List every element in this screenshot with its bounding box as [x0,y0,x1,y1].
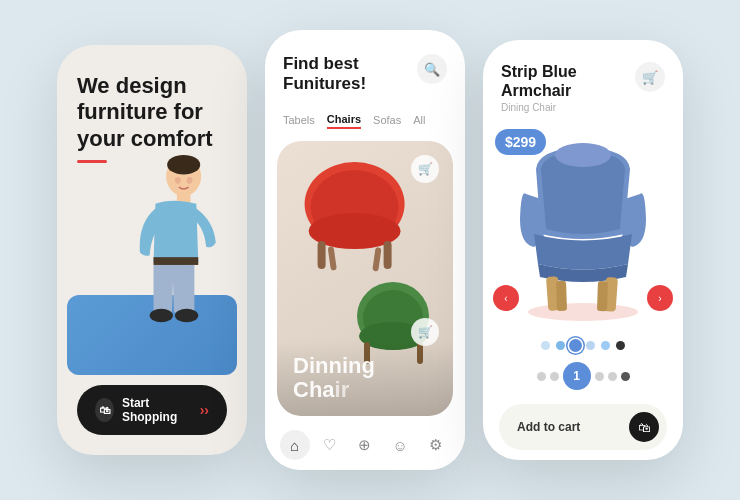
qty-dot3 [595,372,604,381]
label-overlay: DinningChair [277,340,453,416]
svg-point-24 [555,143,611,167]
product-subtitle: Dining Chair [501,102,635,113]
color-dot-6[interactable] [616,341,625,350]
product-info: Strip Blue Armchair Dining Chair [501,62,635,113]
svg-point-5 [175,309,198,323]
qty-dot4 [608,372,617,381]
headline: We design furniture for your comfort [77,73,227,152]
start-shopping-button[interactable]: 🛍 Start Shopping ›› [77,385,227,435]
svg-rect-13 [328,246,337,271]
arrows: ›› [200,402,209,418]
phones-container: We design furniture for your comfort [37,10,703,490]
svg-point-6 [175,177,181,184]
prev-chair-button[interactable]: ‹ [493,285,519,311]
svg-rect-3 [154,257,199,265]
phone2-card: 🛒 🛒 DinningChair [277,141,453,416]
phone3-header: Strip Blue Armchair Dining Chair 🛒 [483,40,683,121]
add-to-cart-label: Add to cart [517,420,580,434]
svg-point-7 [187,177,193,184]
next-chair-button[interactable]: › [647,285,673,311]
phone-1: We design furniture for your comfort [57,45,247,455]
product-title: Strip Blue Armchair [501,62,635,100]
svg-rect-14 [372,247,381,272]
red-chair [290,159,420,274]
svg-rect-22 [556,280,567,310]
phone2-title: Find best Funitures! [283,54,417,95]
nav-face[interactable]: ☺ [385,430,415,460]
chair-label: DinningChair [293,354,437,402]
svg-rect-23 [596,281,607,311]
svg-rect-11 [318,241,326,269]
phone2-tabs: Tabels Chairs Sofas All [265,105,465,137]
svg-rect-12 [384,241,392,269]
start-label: Start Shopping [122,396,190,424]
tab-all[interactable]: All [413,114,425,128]
svg-point-1 [167,155,200,174]
phone-2: Find best Funitures! 🔍 Tabels Chairs Sof… [265,30,465,470]
bag-icon: 🛍 [95,398,114,422]
color-dots-row [499,341,667,350]
qty-dot-dark [621,372,630,381]
cart-float-1[interactable]: 🛒 [411,155,439,183]
tab-chairs[interactable]: Chairs [327,113,361,129]
price-badge: $299 [495,129,546,155]
svg-point-4 [150,309,173,323]
color-dot-4[interactable] [586,341,595,350]
phone3-controls: 1 Add to cart 🛍 [483,331,683,460]
tab-sofas[interactable]: Sofas [373,114,401,128]
quantity-badge: 1 [563,362,591,390]
nav-heart[interactable]: ♡ [315,430,345,460]
qty-minus[interactable] [537,372,546,381]
person-figure [117,155,227,335]
blue-armchair [506,139,661,314]
phone-3: Strip Blue Armchair Dining Chair 🛒 $299 [483,40,683,460]
tab-tabels[interactable]: Tabels [283,114,315,128]
nav-settings[interactable]: ⚙ [420,430,450,460]
character-area [67,163,237,375]
phone3-cart-button[interactable]: 🛒 [635,62,665,92]
nav-bag[interactable]: ⊕ [350,430,380,460]
title-row: Find best Funitures! 🔍 [283,54,447,95]
search-icon[interactable]: 🔍 [417,54,447,84]
qty-dot2 [550,372,559,381]
color-dot-2[interactable] [556,341,565,350]
color-dot-3-active[interactable] [571,341,580,350]
phone2-nav: ⌂ ♡ ⊕ ☺ ⚙ [265,420,465,470]
phone2-content: 🛒 🛒 DinningChair [277,141,453,416]
phone3-chair-area: $299 [483,121,683,331]
add-to-cart-row: Add to cart 🛍 [499,404,667,450]
color-dot-1[interactable] [541,341,550,350]
color-dot-5[interactable] [601,341,610,350]
quantity-row: 1 [499,362,667,390]
nav-home[interactable]: ⌂ [280,430,310,460]
phone2-header: Find best Funitures! 🔍 [265,30,465,105]
add-to-cart-button[interactable]: 🛍 [629,412,659,442]
